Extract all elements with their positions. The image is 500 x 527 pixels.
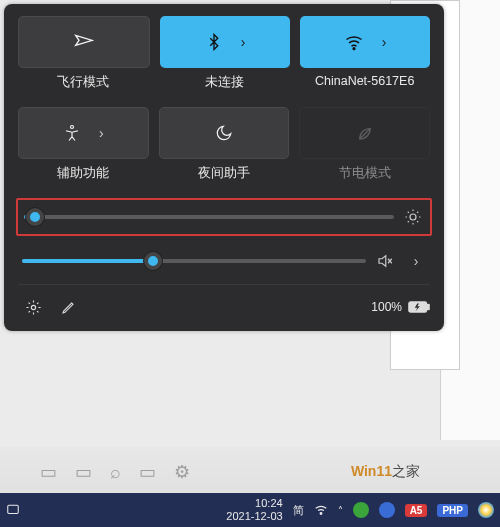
chevron-right-icon[interactable]: › [406,253,426,269]
wifi-tile[interactable]: › [300,16,430,68]
airplane-icon [74,32,94,52]
brightness-slider-row [16,198,432,236]
bluetooth-icon [205,33,223,51]
bluetooth-tile[interactable]: › [160,16,290,68]
quick-settings-panel: › › 飞行模式 未连接 ChinaNet-5617E6 › [4,4,444,331]
volume-slider-row: › [18,250,430,272]
edit-button[interactable] [54,293,84,321]
clock-date: 2021-12-03 [226,510,282,523]
tile-row-1: › › [18,16,430,68]
tile-labels-row-2: 辅助功能 夜间助手 节电模式 [18,165,430,182]
battery-saver-label: 节电模式 [299,165,430,182]
leaf-icon [356,124,374,142]
tray-wifi-icon[interactable] [314,503,328,517]
svg-rect-5 [427,304,429,309]
taskbar-faded-row: ▭ ▭ ⌕ ▭ ⚙ Win11之家 [0,447,500,497]
settings-button[interactable] [18,293,48,321]
chevron-right-icon[interactable]: › [99,125,104,141]
sun-icon [404,208,424,226]
brightness-slider[interactable] [24,215,394,219]
accessibility-tile[interactable]: › [18,107,149,159]
volume-slider[interactable] [22,259,366,263]
svg-rect-6 [8,505,19,513]
tray-app-icon[interactable] [353,502,369,518]
tray-badge[interactable]: A5 [405,504,428,517]
night-light-tile[interactable] [159,107,290,159]
svg-point-7 [320,513,322,515]
panel-footer: 100% [18,284,430,321]
svg-point-1 [71,126,74,129]
tray-badge[interactable]: PHP [437,504,468,517]
battery-charging-icon [408,300,430,314]
wifi-label: ChinaNet-5617E6 [299,74,430,91]
tile-labels-row-1: 飞行模式 未连接 ChinaNet-5617E6 [18,74,430,91]
battery-status[interactable]: 100% [371,300,430,314]
airplane-mode-tile[interactable] [18,16,150,68]
svg-point-2 [410,214,416,220]
generic-icon: ⌕ [110,462,121,483]
taskbar: 10:24 2021-12-03 简 ˄ A5 PHP [0,493,500,527]
night-light-label: 夜间助手 [159,165,290,182]
svg-point-0 [353,48,355,50]
generic-icon: ▭ [139,461,156,483]
ime-indicator[interactable]: 简 [293,503,304,518]
accessibility-label: 辅助功能 [18,165,149,182]
battery-text: 100% [371,300,402,314]
battery-saver-tile [299,107,430,159]
tile-row-2: › [18,107,430,159]
taskbar-clock[interactable]: 10:24 2021-12-03 [226,497,282,523]
clock-time: 10:24 [226,497,282,510]
tray-app-icon[interactable] [478,502,494,518]
chevron-right-icon[interactable]: › [241,34,246,50]
svg-point-3 [31,305,35,309]
generic-icon: ⚙ [174,461,190,483]
speaker-muted-icon[interactable] [376,252,396,270]
chevron-right-icon[interactable]: › [382,34,387,50]
airplane-mode-label: 飞行模式 [18,74,149,91]
taskbar-corner-icon[interactable] [6,503,20,517]
accessibility-icon [63,124,81,142]
tray-app-icon[interactable] [379,502,395,518]
watermark: Win11之家 [351,463,420,481]
generic-icon: ▭ [75,461,92,483]
bluetooth-label: 未连接 [159,74,290,91]
generic-icon: ▭ [40,461,57,483]
wifi-icon [344,32,364,52]
moon-icon [215,124,233,142]
tray-chevron-icon[interactable]: ˄ [338,505,343,516]
